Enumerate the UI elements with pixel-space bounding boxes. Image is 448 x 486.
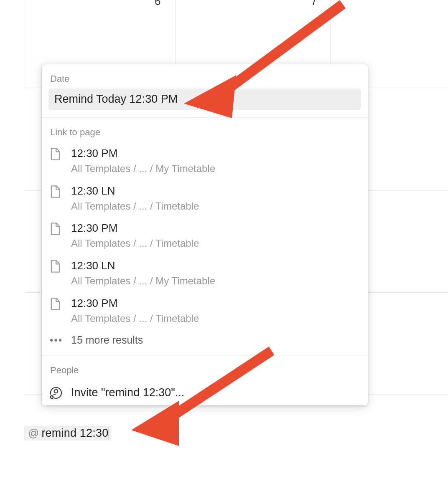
page-title: 12:30 LN [71,258,360,273]
add-person-icon [49,386,71,400]
invite-text: Invite "remind 12:30"... [71,386,184,399]
remind-today-option[interactable]: Remind Today 12:30 PM [48,89,361,110]
page-icon [49,258,71,273]
link-to-page-label: Link to page [48,124,361,142]
page-path: All Templates / ... / My Timetable [71,162,360,176]
page-path: All Templates / ... / My Timetable [71,274,360,288]
page-list: 12:30 PM All Templates / ... / My Timeta… [48,142,361,348]
mention-input[interactable]: @ remind 12:30 [24,426,112,440]
date-section: Date Remind Today 12:30 PM [42,64,368,117]
more-results-text: 15 more results [71,334,143,346]
calendar-date: 6 [155,0,160,8]
people-section-label: People [48,362,361,380]
people-section: People Invite "remind 12:30"... [42,356,368,405]
link-to-page-section: Link to page 12:30 PM All Templates / ..… [42,118,368,355]
page-icon [49,296,71,311]
page-icon [49,146,71,161]
more-results[interactable]: ••• 15 more results [48,329,361,348]
page-title: 12:30 PM [71,146,360,161]
at-symbol: @ [28,427,39,440]
invite-person[interactable]: Invite "remind 12:30"... [48,380,361,401]
page-item[interactable]: 12:30 LN All Templates / ... / My Timeta… [48,254,361,292]
page-path: All Templates / ... / Timetable [71,236,360,251]
text-cursor [109,427,109,440]
page-item[interactable]: 12:30 LN All Templates / ... / Timetable [48,180,361,217]
page-item[interactable]: 12:30 PM All Templates / ... / Timetable [48,217,361,254]
page-icon [49,184,71,198]
mention-value: remind 12:30 [41,427,108,440]
page-path: All Templates / ... / Timetable [71,311,360,326]
page-title: 12:30 LN [71,184,360,198]
page-title: 12:30 PM [71,221,360,235]
page-icon [49,221,71,235]
calendar-gridline [24,0,24,88]
page-item[interactable]: 12:30 PM All Templates / ... / Timetable [48,292,361,329]
svg-point-1 [54,390,58,393]
calendar-date: 7 [311,0,317,8]
date-section-label: Date [48,70,361,89]
remind-today-text: Remind Today 12:30 PM [54,93,178,106]
page-title: 12:30 PM [71,296,360,311]
page-path: All Templates / ... / Timetable [71,199,360,213]
mention-popup: Date Remind Today 12:30 PM Link to page … [42,64,368,405]
page-item[interactable]: 12:30 PM All Templates / ... / My Timeta… [48,142,361,180]
ellipsis-icon: ••• [49,334,71,346]
